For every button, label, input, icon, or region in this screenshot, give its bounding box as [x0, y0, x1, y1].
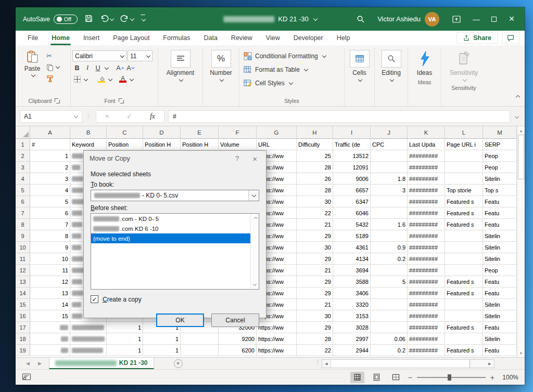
- column-header-A[interactable]: A: [30, 126, 70, 139]
- tab-review[interactable]: Review: [224, 31, 259, 45]
- cell[interactable]: 3028: [333, 322, 371, 333]
- cell[interactable]: [445, 299, 483, 310]
- cell[interactable]: Peop: [483, 265, 517, 276]
- cell[interactable]: 30: [297, 242, 333, 253]
- column-header-F[interactable]: F: [219, 126, 257, 139]
- row-header[interactable]: 4: [16, 173, 30, 185]
- name-box[interactable]: A1: [20, 110, 82, 123]
- search-button[interactable]: [350, 7, 371, 31]
- tab-file[interactable]: File: [21, 31, 45, 45]
- cell[interactable]: 3320: [333, 299, 371, 310]
- decrease-font-button[interactable]: A: [126, 63, 135, 73]
- cell[interactable]: 6: [30, 207, 70, 219]
- scroll-down-icon[interactable]: [253, 282, 257, 286]
- cell[interactable]: [371, 150, 408, 162]
- new-sheet-button[interactable]: +: [174, 359, 183, 368]
- row-header[interactable]: 18: [16, 333, 30, 345]
- cell[interactable]: 5: [371, 276, 408, 288]
- dialog-close-button[interactable]: ×: [252, 154, 257, 163]
- cell[interactable]: 29: [297, 288, 333, 299]
- cell[interactable]: [181, 333, 219, 345]
- scroll-up-button[interactable]: ▲: [517, 126, 525, 135]
- select-all-corner[interactable]: [16, 126, 30, 139]
- cell[interactable]: Featured s: [445, 288, 483, 299]
- cell[interactable]: [30, 345, 70, 356]
- cell[interactable]: 3694: [333, 265, 371, 276]
- cell[interactable]: 11: [30, 265, 70, 276]
- tab-help[interactable]: Help: [330, 31, 357, 45]
- cell[interactable]: 1: [107, 333, 143, 345]
- cell[interactable]: 28: [297, 185, 333, 196]
- cell[interactable]: 3588: [333, 276, 371, 288]
- share-button[interactable]: Share: [456, 32, 498, 44]
- cell[interactable]: 25: [297, 150, 333, 162]
- zoom-level[interactable]: 100%: [500, 374, 518, 381]
- cell[interactable]: Difficulty: [297, 139, 333, 150]
- cell[interactable]: 14: [30, 299, 70, 310]
- cell[interactable]: Featu: [483, 207, 517, 219]
- cell[interactable]: 9200: [219, 333, 257, 345]
- cell[interactable]: Sitelin: [483, 173, 517, 185]
- cancel-entry-button[interactable]: ×: [105, 112, 109, 120]
- tab-insert[interactable]: Insert: [77, 31, 106, 45]
- avatar[interactable]: VA: [425, 12, 439, 27]
- format-painter-button[interactable]: [46, 74, 59, 83]
- cell[interactable]: Position: [107, 139, 143, 150]
- cell[interactable]: 15: [30, 310, 70, 322]
- cell[interactable]: 12: [30, 276, 70, 288]
- cell[interactable]: Featu: [483, 219, 517, 230]
- cell[interactable]: #########: [408, 185, 445, 196]
- cell[interactable]: #########: [408, 345, 445, 356]
- cell[interactable]: 6046: [333, 207, 371, 219]
- editing-button[interactable]: Editing: [376, 48, 406, 82]
- cell[interactable]: 13512: [333, 150, 371, 162]
- cell[interactable]: #########: [408, 310, 445, 322]
- cell[interactable]: 4: [30, 185, 70, 196]
- font-dialog-launcher[interactable]: [118, 98, 124, 104]
- list-scrollbar[interactable]: [250, 214, 259, 289]
- cell[interactable]: 28: [297, 162, 333, 173]
- cell[interactable]: CPC: [371, 139, 408, 150]
- column-header-G[interactable]: G: [257, 126, 297, 139]
- cell[interactable]: #: [30, 139, 70, 150]
- cell[interactable]: Sitelin: [483, 253, 517, 265]
- sheet-option[interactable]: .com KD 6 -10: [91, 224, 259, 233]
- cell[interactable]: [371, 207, 408, 219]
- cell[interactable]: 1.8: [371, 173, 408, 185]
- cell[interactable]: #########: [408, 242, 445, 253]
- cell[interactable]: Sitelin: [483, 299, 517, 310]
- cell[interactable]: [181, 345, 219, 356]
- cell[interactable]: #########: [408, 196, 445, 207]
- row-header[interactable]: 19: [16, 345, 30, 356]
- title-dropdown-icon[interactable]: [313, 16, 318, 20]
- name-box-dropdown-icon[interactable]: [74, 113, 78, 117]
- cell[interactable]: [371, 288, 408, 299]
- cell[interactable]: Featu: [483, 276, 517, 288]
- cell[interactable]: https://ww: [257, 345, 297, 356]
- column-header-C[interactable]: C: [107, 126, 143, 139]
- to-book-select[interactable]: - KD 0- 5.csv: [91, 190, 259, 201]
- cell[interactable]: Keyword: [70, 139, 107, 150]
- sheet-option[interactable]: .com - KD 0- 5: [91, 214, 259, 224]
- ribbon-display-options-button[interactable]: [446, 7, 467, 31]
- confirm-entry-button[interactable]: ✓: [126, 112, 132, 120]
- tab-page-layout[interactable]: Page Layout: [106, 31, 156, 45]
- cell[interactable]: 2997: [333, 333, 371, 345]
- cell[interactable]: 21: [297, 265, 333, 276]
- cell[interactable]: 0.2: [371, 253, 408, 265]
- cell[interactable]: [30, 322, 70, 333]
- alignment-button[interactable]: Alignment: [160, 48, 201, 82]
- font-size-select[interactable]: 11: [128, 50, 153, 61]
- column-header-I[interactable]: I: [333, 126, 371, 139]
- cell[interactable]: [70, 333, 107, 345]
- cell[interactable]: 0.9: [371, 242, 408, 253]
- cell[interactable]: Peop: [483, 162, 517, 173]
- cell[interactable]: 22: [297, 207, 333, 219]
- cell[interactable]: [371, 265, 408, 276]
- active-sheet-tab[interactable]: KD 21 -30: [49, 358, 154, 369]
- row-header[interactable]: 2: [16, 150, 30, 162]
- scroll-down-button[interactable]: ▼: [517, 349, 525, 357]
- cell[interactable]: 5: [30, 196, 70, 207]
- cell[interactable]: #########: [408, 288, 445, 299]
- cell[interactable]: 13: [30, 288, 70, 299]
